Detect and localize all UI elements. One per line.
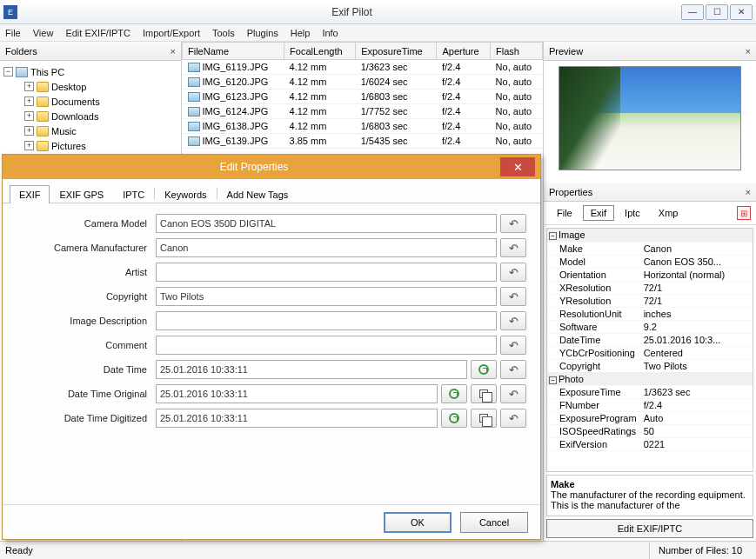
property-row[interactable]: YResolution72/1 <box>547 294 753 307</box>
date-picker-button[interactable] <box>441 384 467 403</box>
expand-icon[interactable]: + <box>24 111 34 121</box>
property-group[interactable]: −Photo <box>547 372 753 385</box>
tree-item[interactable]: +Desktop <box>2 79 179 94</box>
menu-import-export[interactable]: Import/Export <box>143 28 200 38</box>
dlg-tab-add-new[interactable]: Add New Tags <box>217 185 298 203</box>
property-row[interactable]: ModelCanon EOS 350... <box>547 255 753 268</box>
tree-item-label: Pictures <box>51 141 86 151</box>
property-row[interactable]: CopyrightTwo Pilots <box>547 359 753 372</box>
undo-button[interactable]: ↶ <box>500 384 526 403</box>
undo-button[interactable]: ↶ <box>500 311 526 330</box>
menubar: File View Edit EXIF/IPTC Import/Export T… <box>0 24 756 42</box>
column-header[interactable]: ExposureTime <box>356 43 437 60</box>
property-row[interactable]: ResolutionUnitinches <box>547 307 753 320</box>
tree-item[interactable]: +Documents <box>2 94 179 109</box>
property-row[interactable]: ISOSpeedRatings50 <box>547 424 753 437</box>
tree-item[interactable]: +Music <box>2 123 179 138</box>
undo-button[interactable]: ↶ <box>500 360 526 379</box>
property-row[interactable]: ExifVersion0221 <box>547 437 753 450</box>
menu-help[interactable]: Help <box>291 28 311 38</box>
property-row[interactable]: FNumberf/2.4 <box>547 398 753 411</box>
table-row[interactable]: IMG_6124.JPG4.12 mm1/7752 secf/2.4No, au… <box>183 104 543 119</box>
field-input[interactable] <box>156 311 497 330</box>
collapse-icon[interactable]: − <box>3 67 13 77</box>
undo-button[interactable]: ↶ <box>500 238 526 257</box>
property-row[interactable]: ExposureTime1/3623 sec <box>547 385 753 398</box>
column-header[interactable]: Flash <box>491 43 543 60</box>
properties-close-icon[interactable]: × <box>746 187 751 197</box>
copy-button[interactable] <box>471 384 497 403</box>
tab-iptc[interactable]: Iptc <box>617 205 648 221</box>
expand-icon[interactable]: + <box>24 126 34 136</box>
expand-icon[interactable]: + <box>24 96 34 106</box>
undo-button[interactable]: ↶ <box>500 263 526 282</box>
date-picker-button[interactable] <box>441 409 467 428</box>
undo-button[interactable]: ↶ <box>500 336 526 355</box>
ok-button[interactable]: OK <box>384 512 452 533</box>
dlg-tab-iptc[interactable]: IPTC <box>113 185 154 203</box>
collapse-icon[interactable]: − <box>549 376 557 384</box>
edit-exif-button[interactable]: Edit EXIF/IPTC <box>546 519 753 538</box>
tab-file[interactable]: File <box>549 205 580 221</box>
table-row[interactable]: IMG_6123.JPG4.12 mm1/6803 secf/2.4No, au… <box>183 90 543 104</box>
folders-close-icon[interactable]: × <box>171 46 176 57</box>
minimize-button[interactable]: — <box>681 4 704 20</box>
maximize-button[interactable]: ☐ <box>706 4 728 20</box>
copy-button[interactable] <box>471 409 497 428</box>
menu-tools[interactable]: Tools <box>212 28 235 38</box>
tab-exif[interactable]: Exif <box>583 205 614 221</box>
column-header[interactable]: Aperture <box>437 43 491 60</box>
property-row[interactable]: XResolution72/1 <box>547 281 753 294</box>
property-row[interactable]: Software9.2 <box>547 320 753 333</box>
close-button[interactable]: ✕ <box>730 4 753 20</box>
field-input[interactable]: 25.01.2016 10:33:11 <box>156 409 438 428</box>
property-value: 0221 <box>640 437 753 450</box>
cancel-button[interactable]: Cancel <box>460 512 528 533</box>
property-row[interactable]: ExposureProgramAuto <box>547 411 753 424</box>
properties-list[interactable]: −ImageMakeCanonModelCanon EOS 350...Orie… <box>546 228 753 472</box>
dialog-titlebar[interactable]: Edit Properties ✕ <box>3 155 540 179</box>
undo-button[interactable]: ↶ <box>500 409 526 428</box>
menu-plugins[interactable]: Plugins <box>247 28 278 38</box>
field-input[interactable] <box>156 263 497 282</box>
property-row[interactable]: MakeCanon <box>547 242 753 255</box>
table-row[interactable]: IMG_6138.JPG4.12 mm1/6803 secf/2.4No, au… <box>183 119 543 134</box>
property-row[interactable]: DateTime25.01.2016 10:3... <box>547 333 753 346</box>
expand-icon[interactable]: + <box>24 82 34 91</box>
tree-item[interactable]: +Pictures <box>2 138 179 153</box>
field-input[interactable]: 25.01.2016 10:33:11 <box>156 384 438 403</box>
field-input[interactable]: Canon <box>156 238 497 257</box>
dlg-tab-exif[interactable]: EXIF <box>10 185 50 203</box>
column-header[interactable]: FileName <box>183 43 284 60</box>
table-row[interactable]: IMG_6120.JPG4.12 mm1/6024 secf/2.4No, au… <box>183 75 543 90</box>
column-header[interactable]: FocalLength <box>284 43 356 60</box>
date-picker-button[interactable] <box>471 360 497 379</box>
tree-root[interactable]: − This PC <box>2 64 179 79</box>
field-input[interactable]: Canon EOS 350D DIGITAL <box>156 214 497 233</box>
property-value: Centered <box>640 346 753 359</box>
property-row[interactable]: OrientationHorizontal (normal) <box>547 268 753 281</box>
table-row[interactable]: IMG_6139.JPG3.85 mm1/5435 secf/2.4No, au… <box>183 134 543 149</box>
property-group[interactable]: −Image <box>547 229 753 242</box>
field-input[interactable]: 25.01.2016 10:33:11 <box>156 360 467 379</box>
property-row[interactable]: YCbCrPositioningCentered <box>547 346 753 359</box>
tab-xmp[interactable]: Xmp <box>651 205 686 221</box>
table-row[interactable]: IMG_6119.JPG4.12 mm1/3623 secf/2.4No, au… <box>183 60 543 75</box>
field-input[interactable]: Two Pilots <box>156 287 497 306</box>
tree-item[interactable]: +Downloads <box>2 109 179 123</box>
preview-close-icon[interactable]: × <box>746 46 751 57</box>
menu-file[interactable]: File <box>5 28 21 38</box>
collapse-icon[interactable]: − <box>549 232 557 240</box>
menu-view[interactable]: View <box>33 28 54 38</box>
undo-button[interactable]: ↶ <box>500 214 526 233</box>
menu-info[interactable]: Info <box>322 28 338 38</box>
undo-button[interactable]: ↶ <box>500 287 526 306</box>
dlg-tab-keywords[interactable]: Keywords <box>155 185 216 203</box>
expand-icon[interactable]: + <box>24 141 34 150</box>
dialog-close-button[interactable]: ✕ <box>500 157 535 176</box>
field-input[interactable] <box>156 336 497 355</box>
image-file-icon <box>188 136 200 146</box>
dlg-tab-exif-gps[interactable]: EXIF GPS <box>50 185 113 203</box>
menu-edit-exif[interactable]: Edit EXIF/IPTC <box>65 28 130 38</box>
properties-action-icon[interactable]: ⊞ <box>737 206 751 220</box>
